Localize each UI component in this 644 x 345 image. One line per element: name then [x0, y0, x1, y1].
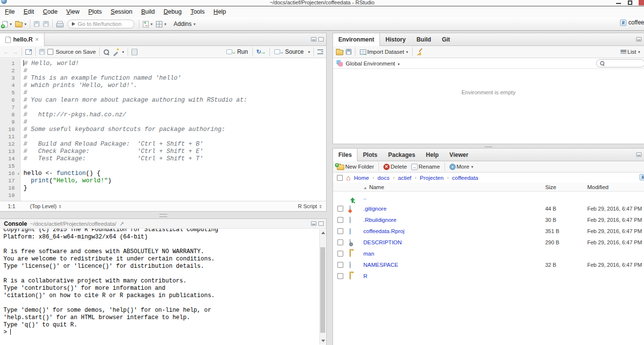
code-editor[interactable]: 12345678910111213141516▾171819 # Hello, …: [0, 59, 326, 201]
delete-button[interactable]: ✕ Delete: [382, 163, 408, 171]
load-workspace-icon[interactable]: →: [336, 50, 343, 55]
select-all-checkbox[interactable]: [337, 175, 343, 181]
new-folder-button[interactable]: + New Folder: [336, 162, 375, 171]
print-button[interactable]: [55, 20, 64, 28]
minimize-pane-button[interactable]: [636, 152, 642, 157]
close-button[interactable]: [639, 0, 644, 5]
source-button[interactable]: → Source: [273, 47, 305, 56]
file-name-link[interactable]: R: [363, 273, 545, 279]
file-name-link[interactable]: .gitignore: [363, 206, 545, 212]
doc-type-selector[interactable]: R Script ⇕: [298, 203, 322, 209]
more-button[interactable]: More ▾: [448, 163, 474, 171]
rerun-button[interactable]: ↻→: [256, 48, 266, 55]
project-button[interactable]: R coffeedata: [620, 19, 644, 26]
save-icon[interactable]: [39, 49, 45, 55]
run-button[interactable]: → Run: [225, 47, 249, 56]
column-name[interactable]: ▲Name: [363, 184, 545, 190]
file-row[interactable]: R: [333, 270, 644, 281]
list-view-button[interactable]: List ▾: [620, 48, 641, 56]
breadcrumb-link[interactable]: actief: [398, 175, 412, 181]
breadcrumb-link[interactable]: Projecten: [420, 175, 444, 181]
breadcrumb-link[interactable]: Home: [354, 175, 369, 181]
file-name-link[interactable]: coffeedata.Rproj: [363, 228, 545, 234]
column-size[interactable]: Size: [545, 184, 587, 190]
chevron-down-icon[interactable]: ▾: [122, 50, 124, 54]
menu-item[interactable]: Build: [137, 6, 159, 18]
search-icon[interactable]: [103, 49, 110, 55]
version-control-button[interactable]: ▾: [142, 20, 154, 28]
minimize-pane-button[interactable]: [636, 37, 642, 42]
goto-file-input[interactable]: Go to file/function: [67, 20, 134, 28]
tab-history[interactable]: History: [380, 33, 411, 45]
menu-item[interactable]: File: [0, 6, 19, 18]
scroll-down-icon[interactable]: [321, 340, 325, 342]
vertical-splitter[interactable]: [327, 31, 333, 345]
file-checkbox[interactable]: [337, 239, 343, 245]
file-row[interactable]: man: [333, 248, 644, 259]
magic-wand-icon[interactable]: [112, 48, 119, 55]
file-row[interactable]: DESCRIPTION 290 B Feb 29, 2016, 6:47 PM: [333, 237, 644, 248]
save-button[interactable]: [33, 20, 41, 28]
close-icon[interactable]: ×: [35, 36, 39, 43]
back-icon[interactable]: ←: [3, 48, 9, 56]
console-scrollbar[interactable]: [319, 229, 326, 345]
menu-item[interactable]: Debug: [159, 6, 186, 18]
chevron-down-icon[interactable]: ▾: [308, 50, 310, 54]
tab-plots[interactable]: Plots: [357, 149, 382, 161]
save-workspace-icon[interactable]: [346, 49, 352, 55]
addins-button[interactable]: Addins ▾: [173, 20, 197, 28]
menu-item[interactable]: Edit: [19, 6, 39, 18]
file-checkbox[interactable]: [337, 228, 343, 234]
maximize-pane-button[interactable]: [318, 221, 324, 226]
new-file-button[interactable]: + ▾: [1, 20, 13, 28]
file-checkbox[interactable]: [337, 251, 343, 257]
tab-environment[interactable]: Environment: [333, 33, 380, 46]
maximize-pane-button[interactable]: [318, 37, 324, 42]
tab-help[interactable]: Help: [421, 149, 444, 161]
tab-git[interactable]: Git: [437, 33, 456, 45]
file-row[interactable]: ..: [333, 192, 644, 203]
minimize-button[interactable]: [616, 3, 621, 4]
file-name-link[interactable]: DESCRIPTION: [363, 239, 545, 245]
goto-directory-icon[interactable]: ↗: [119, 220, 124, 227]
console-prompt[interactable]: >: [0, 329, 319, 336]
open-in-new-window-icon[interactable]: [25, 49, 32, 55]
global-environment-selector[interactable]: Global Environment ▾: [346, 61, 400, 66]
menu-item[interactable]: Tools: [186, 6, 209, 18]
rename-button[interactable]: → Rename: [410, 163, 441, 171]
menu-item[interactable]: Help: [209, 6, 231, 18]
file-row[interactable]: .gitignore 44 B Feb 29, 2016, 6:47 PM: [333, 203, 644, 214]
document-outline-icon[interactable]: [317, 49, 323, 54]
pane-layout-button[interactable]: ▾: [155, 20, 167, 28]
source-on-save-checkbox[interactable]: [47, 49, 53, 55]
file-checkbox[interactable]: [337, 217, 343, 223]
tab-files[interactable]: Files: [333, 149, 357, 161]
compile-notebook-icon[interactable]: [132, 49, 137, 55]
console-output[interactable]: Copyright (C) 2015 The R Foundation for …: [0, 229, 319, 345]
file-checkbox[interactable]: [337, 206, 343, 212]
breadcrumb-link[interactable]: coffeedata: [452, 175, 479, 181]
breadcrumb-link[interactable]: docs: [378, 175, 389, 181]
file-checkbox[interactable]: [337, 262, 343, 268]
menu-item[interactable]: Session: [106, 6, 136, 18]
tab-build[interactable]: Build: [411, 33, 437, 45]
open-file-button[interactable]: → ▾: [14, 20, 27, 28]
file-name-link[interactable]: man: [363, 251, 545, 257]
tab-viewer[interactable]: Viewer: [444, 149, 473, 161]
scope-selector[interactable]: (Top Level) ⇕: [30, 203, 62, 209]
menu-item[interactable]: View: [62, 6, 84, 18]
scroll-up-icon[interactable]: [321, 232, 325, 234]
horizontal-splitter-right[interactable]: [333, 144, 644, 148]
column-modified[interactable]: Modified: [587, 184, 644, 190]
minimize-pane-button[interactable]: [311, 37, 316, 42]
file-row[interactable]: .Rbuildignore 30 B Feb 29, 2016, 6:47 PM: [333, 214, 644, 225]
maximize-button[interactable]: [628, 0, 632, 5]
tab-hello-r[interactable]: hello.R ×: [0, 33, 44, 46]
file-row[interactable]: NAMESPACE 32 B Feb 29, 2016, 6:47 PM: [333, 259, 644, 270]
minimize-pane-button[interactable]: [311, 221, 316, 226]
file-name-link[interactable]: NAMESPACE: [363, 262, 545, 268]
scrollbar-thumb[interactable]: [320, 247, 325, 333]
file-name-link[interactable]: ..: [363, 194, 545, 200]
file-name-link[interactable]: .Rbuildignore: [363, 217, 545, 223]
menu-item[interactable]: Plots: [84, 6, 106, 18]
